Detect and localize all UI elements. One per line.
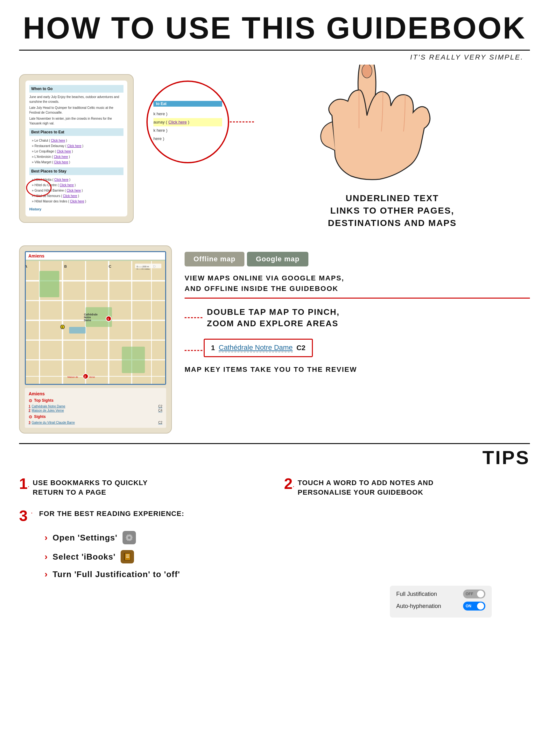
svg-rect-20 bbox=[69, 327, 86, 334]
zoom-circle: to Eat k here ) aunay ( Click here ) k h… bbox=[146, 81, 229, 163]
tip-dot-2: . bbox=[292, 480, 294, 488]
sights-label: Sights bbox=[34, 414, 46, 419]
tip3-intro: FOR THE BEST READING EXPERIENCE: bbox=[39, 509, 184, 519]
stay-link-2[interactable]: Click here bbox=[60, 183, 74, 187]
map-legend-city: Amiens bbox=[29, 391, 162, 396]
toggle-on-knob bbox=[477, 603, 484, 610]
map-zoom-desc: DOUBLE TAP MAP TO PINCH, ZOOM AND EXPLOR… bbox=[204, 306, 340, 329]
map-zoom-line1: DOUBLE TAP MAP TO PINCH, bbox=[207, 306, 340, 318]
map-key-desc-text: MAP KEY ITEMS TAKE YOU TO THE REVIEW bbox=[185, 365, 530, 374]
tip-text-2: TOUCH A WORD TO ADD NOTES ANDPERSONALISE… bbox=[298, 478, 433, 498]
tip3-text-2: Select 'iBooks' bbox=[53, 552, 116, 562]
map-mock: Amiens bbox=[19, 245, 172, 434]
eat-item-3: Le Coquillage ( Click here ) bbox=[29, 149, 123, 154]
header-rule bbox=[19, 50, 530, 51]
legend-item-3[interactable]: 3Galerie du Vitrail Claude Barre C2 bbox=[29, 420, 162, 425]
book-svg bbox=[123, 552, 132, 561]
chevron-icon-3: › bbox=[45, 569, 47, 579]
svg-text:Maison de: Maison de bbox=[67, 376, 78, 378]
desc-line3: DESTINATIONS AND MAPS bbox=[328, 217, 456, 229]
map-key-desc: MAP KEY ITEMS TAKE YOU TO THE REVIEW bbox=[185, 365, 530, 374]
google-map-button[interactable]: Google map bbox=[247, 252, 308, 266]
desc-line1: UNDERLINED TEXT bbox=[328, 192, 456, 204]
stay-link-5[interactable]: Click here bbox=[70, 200, 84, 203]
legend-name-3: Galerie du Vitrail Claude Barre bbox=[32, 421, 75, 424]
top-sights-icon: ⊙ bbox=[29, 398, 32, 403]
offline-map-button[interactable]: Offline map bbox=[185, 252, 244, 266]
eat-item-5: Villa Marget ( Click here ) bbox=[29, 159, 123, 165]
toggle-off-label: OFF bbox=[466, 592, 473, 596]
map-city-label: Amiens bbox=[28, 253, 45, 258]
map-svg: A B C D 1 2 3 4 1 2 3 4 1 2 3 bbox=[26, 261, 165, 385]
settings-panel-container: Full Justification OFF Auto-hyphenation … bbox=[19, 586, 530, 618]
when-to-go-title: When to Go bbox=[29, 85, 123, 93]
map-key-coord: C2 bbox=[297, 344, 306, 352]
settings-row-justify: Full Justification OFF bbox=[396, 590, 485, 598]
tip-item-2: 2. TOUCH A WORD TO ADD NOTES ANDPERSONAL… bbox=[284, 476, 530, 498]
chevron-icon-1: › bbox=[45, 533, 47, 543]
auto-hyphenation-label: Auto-hyphenation bbox=[396, 603, 441, 610]
svg-text:C: C bbox=[109, 264, 111, 268]
settings-row-hyphen: Auto-hyphenation ON bbox=[396, 602, 485, 611]
legend-item-2[interactable]: 2Maison de Jules Verne C4 bbox=[29, 408, 162, 413]
svg-point-3 bbox=[362, 65, 372, 78]
svg-text:Cathédrale: Cathédrale bbox=[84, 313, 98, 316]
map-zoom-line2: ZOOM AND EXPLORE AREAS bbox=[207, 318, 340, 329]
eat-link-5[interactable]: Click here bbox=[54, 160, 68, 164]
eat-link-3[interactable]: Click here bbox=[57, 150, 71, 153]
section1-links: When to Go June and early July Enjoy the… bbox=[0, 71, 549, 242]
svg-text:3: 3 bbox=[61, 326, 63, 329]
section2-map: Amiens bbox=[0, 242, 549, 440]
legend-item-1[interactable]: 1Cathédrale Notre Dame C2 bbox=[29, 404, 162, 408]
tips-title: TIPS bbox=[482, 447, 530, 469]
legend-num-1: 1 bbox=[29, 405, 31, 408]
tip-number-1-val: 1 bbox=[19, 475, 28, 492]
eat-link-4[interactable]: Click here bbox=[54, 155, 68, 159]
eat-item-2: Restaurant Delaunay ( Click here ) bbox=[29, 143, 123, 149]
stay-item-4: Hôtel de Nemours ( Click here ) bbox=[29, 193, 123, 199]
legend-coord-1: C2 bbox=[158, 405, 162, 408]
full-justification-toggle[interactable]: OFF bbox=[463, 590, 485, 598]
tips-grid: 1. USE BOOKMARKS TO QUICKLYRETURN TO A P… bbox=[19, 476, 530, 498]
map-key-label[interactable]: Cathédrale Notre Dame bbox=[219, 343, 292, 352]
when-text1: June and early July Enjoy the beaches, o… bbox=[29, 95, 123, 104]
full-justification-label: Full Justification bbox=[396, 591, 437, 597]
map-title-bar: Amiens bbox=[26, 252, 165, 260]
tips-header: TIPS bbox=[19, 443, 530, 469]
map-buttons-row: Offline map Google map bbox=[185, 252, 530, 266]
legend-name-1: Cathédrale Notre Dame bbox=[32, 405, 66, 408]
svg-text:B: B bbox=[64, 264, 67, 268]
underlined-text-desc: UNDERLINED TEXT LINKS TO OTHER PAGES, DE… bbox=[328, 192, 456, 230]
stay-item-1: Hôtel Irtintia ( Click here ) bbox=[29, 177, 123, 182]
map-key-box[interactable]: 1 Cathédrale Notre Dame C2 bbox=[204, 339, 313, 357]
map-key-dashed-connector bbox=[185, 349, 204, 352]
main-title: HOW TO USE THIS GUIDEBOOK bbox=[19, 13, 530, 43]
map-key-num: 1 bbox=[211, 344, 215, 352]
eat-item-1: Le Chalut ( Click here ) bbox=[29, 138, 123, 143]
history-link[interactable]: History bbox=[29, 207, 123, 212]
map-dashed-connector bbox=[185, 316, 204, 319]
map-desc-line1: VIEW MAPS ONLINE VIA GOOGLE MAPS, bbox=[185, 273, 530, 283]
stay-link-4[interactable]: Click here bbox=[63, 194, 77, 198]
best-eat-title: Best Places to Eat bbox=[29, 128, 123, 136]
stay-item-5: Hôtel Manoir des Indes ( Click here ) bbox=[29, 199, 123, 204]
hand-icon bbox=[300, 65, 459, 186]
legend-coord-3: C2 bbox=[158, 421, 162, 424]
stay-link-3[interactable]: Click here bbox=[67, 189, 81, 192]
map-desc-line2: AND OFFLINE INSIDE THE GUIDEBOOK bbox=[185, 283, 530, 294]
map-legend: Amiens ⊙ Top Sights 1Cathédrale Notre Da… bbox=[25, 388, 166, 428]
eat-item-4: L'Ambroisin ( Click here ) bbox=[29, 154, 123, 159]
guidebook-mock: When to Go June and early July Enjoy the… bbox=[19, 74, 134, 223]
eat-link-1[interactable]: Click here bbox=[51, 139, 65, 142]
svg-rect-17 bbox=[39, 271, 59, 297]
zoom-click-here[interactable]: Click here bbox=[168, 120, 187, 124]
eat-link-2[interactable]: Click here bbox=[67, 144, 81, 148]
when-text3: Late November In winter, join the crowds… bbox=[29, 116, 123, 126]
map-image-area: Amiens bbox=[25, 251, 166, 385]
auto-hyphenation-toggle[interactable]: ON bbox=[463, 602, 485, 611]
svg-rect-52 bbox=[124, 553, 125, 560]
tip-text-1: USE BOOKMARKS TO QUICKLYRETURN TO A PAGE bbox=[33, 478, 148, 498]
settings-panel: Full Justification OFF Auto-hyphenation … bbox=[390, 586, 492, 618]
map-desc-1: VIEW MAPS ONLINE VIA GOOGLE MAPS, AND OF… bbox=[185, 273, 530, 299]
stay-link-1[interactable]: Click here bbox=[54, 178, 68, 181]
